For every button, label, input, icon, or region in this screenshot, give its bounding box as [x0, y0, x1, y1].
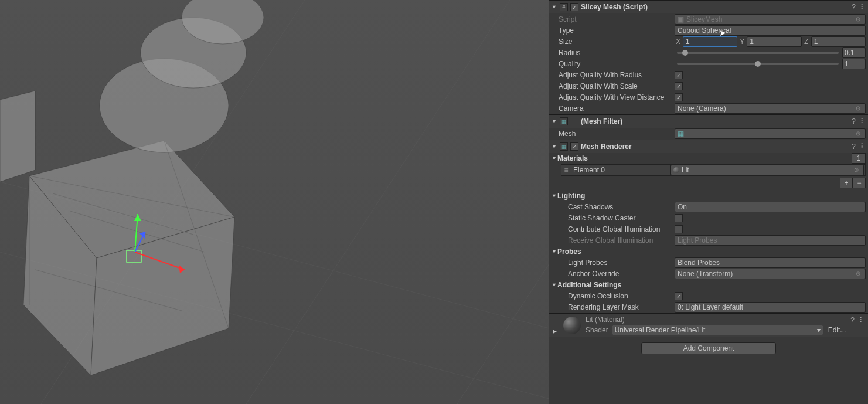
add-material-button[interactable]: +	[840, 178, 853, 188]
static-shadow-label[interactable]: Static Shadow Caster	[557, 214, 675, 222]
object-picker-icon[interactable]: ⊙	[856, 270, 864, 279]
radius-slider[interactable]	[677, 52, 839, 54]
component-title: Mesh Renderer	[581, 142, 849, 151]
mesh-renderer-icon: ▦	[560, 142, 568, 151]
object-picker-icon[interactable]: ⊙	[854, 167, 862, 175]
adj-radius-checkbox[interactable]: ✓	[675, 71, 683, 79]
script-label: Script	[557, 15, 675, 23]
mesh-label[interactable]: Mesh	[557, 130, 675, 138]
radius-label[interactable]: Radius	[557, 49, 675, 57]
adj-view-label[interactable]: Adjust Quality With View Distance	[557, 93, 675, 101]
preset-icon[interactable]: ⠇	[860, 117, 866, 125]
script-icon: #	[560, 3, 568, 11]
light-probes-label[interactable]: Light Probes	[557, 259, 675, 267]
foldout-toggle-icon[interactable]: ▶	[553, 328, 559, 334]
materials-count[interactable]: 1	[852, 153, 866, 164]
dyn-occlusion-label[interactable]: Dynamic Occlusion	[557, 292, 675, 300]
dyn-occlusion-checkbox[interactable]: ✓	[675, 292, 683, 300]
svg-line-4	[457, 264, 549, 404]
anchor-label[interactable]: Anchor Override	[557, 270, 675, 278]
component-mesh-filter: ▼ ▦ (Mesh Filter) ? ⠇ Mesh ▦⊙	[549, 114, 868, 139]
render-layer-dropdown[interactable]: 0: Light Layer default	[675, 302, 866, 313]
shader-label: Shader	[586, 326, 608, 334]
material-element-row: ≡ Element 0 Lit ⊙	[561, 164, 866, 176]
adj-scale-label[interactable]: Adjust Quality With Scale	[557, 82, 675, 90]
probes-header[interactable]: Probes	[557, 247, 581, 256]
component-slicey-mesh: ▼ # ✓ Slicey Mesh (Script) ? ⠇ Script ▣S…	[549, 0, 868, 114]
object-picker-icon[interactable]: ⊙	[856, 130, 864, 138]
enable-checkbox[interactable]: ✓	[570, 142, 578, 151]
size-z-field[interactable]: 1	[811, 36, 866, 47]
x-label[interactable]: X	[675, 38, 682, 46]
z-label[interactable]: Z	[803, 38, 810, 46]
material-field[interactable]: Lit ⊙	[670, 165, 864, 175]
preset-icon[interactable]: ⠇	[860, 142, 866, 151]
contribute-gi-checkbox[interactable]	[675, 225, 683, 233]
foldout-toggle-icon[interactable]: ▼	[552, 282, 557, 288]
adj-scale-checkbox[interactable]: ✓	[675, 82, 683, 90]
cast-shadows-dropdown[interactable]: On	[675, 202, 866, 212]
size-x-field[interactable]: 1	[683, 36, 737, 47]
foldout-toggle-icon[interactable]: ▼	[552, 118, 557, 124]
shader-dropdown[interactable]: Universal Render Pipeline/Lit▾	[612, 325, 823, 335]
svg-marker-11	[0, 91, 35, 182]
radius-value[interactable]: 0.1	[842, 47, 866, 58]
light-probes-dropdown[interactable]: Blend Probes	[675, 257, 866, 268]
anchor-field[interactable]: None (Transform)⊙	[675, 269, 866, 279]
material-header: ▶ Lit (Material) Shader Universal Render…	[549, 313, 868, 337]
material-title: Lit (Material)	[586, 315, 846, 324]
element-label: Element 0	[571, 166, 670, 174]
lighting-header[interactable]: Lighting	[557, 192, 585, 200]
quality-slider[interactable]	[677, 63, 839, 65]
mesh-field[interactable]: ▦⊙	[675, 128, 866, 139]
scene-viewport[interactable]	[0, 0, 549, 404]
foldout-toggle-icon[interactable]: ▼	[552, 144, 557, 150]
help-icon[interactable]: ?	[852, 3, 856, 11]
size-y-field[interactable]: 1	[747, 36, 801, 47]
mesh-filter-icon: ▦	[560, 117, 568, 125]
additional-settings-header[interactable]: Additional Settings	[557, 281, 621, 289]
foldout-toggle-icon[interactable]: ▼	[552, 155, 557, 161]
type-dropdown[interactable]: Cuboid Spherical	[675, 25, 866, 36]
quality-label[interactable]: Quality	[557, 60, 675, 68]
add-component-button[interactable]: Add Component	[641, 342, 776, 354]
contrib-gi-label[interactable]: Contribute Global Illumination	[557, 225, 675, 233]
static-shadow-checkbox[interactable]	[675, 214, 683, 222]
enable-checkbox[interactable]: ✓	[570, 3, 578, 11]
inspector-panel: ➤ ▼ # ✓ Slicey Mesh (Script) ? ⠇ Script …	[549, 0, 868, 404]
receive-gi-dropdown: Light Probes	[675, 235, 866, 246]
size-label[interactable]: Size	[557, 38, 675, 46]
foldout-toggle-icon[interactable]: ▼	[552, 193, 557, 199]
dropdown-arrow-icon: ▾	[817, 326, 821, 334]
materials-header[interactable]: Materials	[557, 154, 588, 162]
quality-value[interactable]: 1	[842, 59, 866, 69]
drag-handle-icon[interactable]: ≡	[561, 166, 571, 174]
object-picker-icon: ⊙	[856, 16, 864, 24]
help-icon[interactable]: ?	[852, 117, 856, 125]
receive-gi-label: Receive Global Illumination	[557, 236, 675, 245]
svg-line-3	[246, 0, 510, 404]
material-preview-icon	[673, 167, 679, 173]
type-label[interactable]: Type	[557, 26, 675, 35]
script-field: ▣SliceyMesh⊙	[675, 14, 866, 25]
camera-label[interactable]: Camera	[557, 104, 675, 113]
y-label[interactable]: Y	[738, 38, 746, 46]
edit-button[interactable]: Edit...	[828, 326, 846, 334]
object-picker-icon[interactable]: ⊙	[856, 105, 864, 113]
adj-view-checkbox[interactable]: ✓	[675, 93, 683, 101]
material-sphere-icon	[563, 317, 581, 334]
component-mesh-renderer: ▼ ▦ ✓ Mesh Renderer ? ⠇ ▼ Materials 1 ≡ …	[549, 140, 868, 313]
component-title: Slicey Mesh (Script)	[581, 3, 849, 11]
cast-shadows-label[interactable]: Cast Shadows	[557, 203, 675, 211]
preset-icon[interactable]: ⠇	[860, 3, 866, 11]
foldout-toggle-icon[interactable]: ▼	[552, 4, 557, 10]
render-layer-label[interactable]: Rendering Layer Mask	[557, 303, 675, 311]
adj-radius-label[interactable]: Adjust Quality With Radius	[557, 71, 675, 79]
component-title: (Mesh Filter)	[581, 117, 849, 125]
preset-icon[interactable]: ⠇	[859, 316, 864, 324]
help-icon[interactable]: ?	[850, 316, 855, 324]
remove-material-button[interactable]: −	[853, 178, 866, 188]
camera-field[interactable]: None (Camera)⊙	[675, 103, 866, 114]
foldout-toggle-icon[interactable]: ▼	[552, 249, 557, 254]
help-icon[interactable]: ?	[852, 142, 856, 151]
